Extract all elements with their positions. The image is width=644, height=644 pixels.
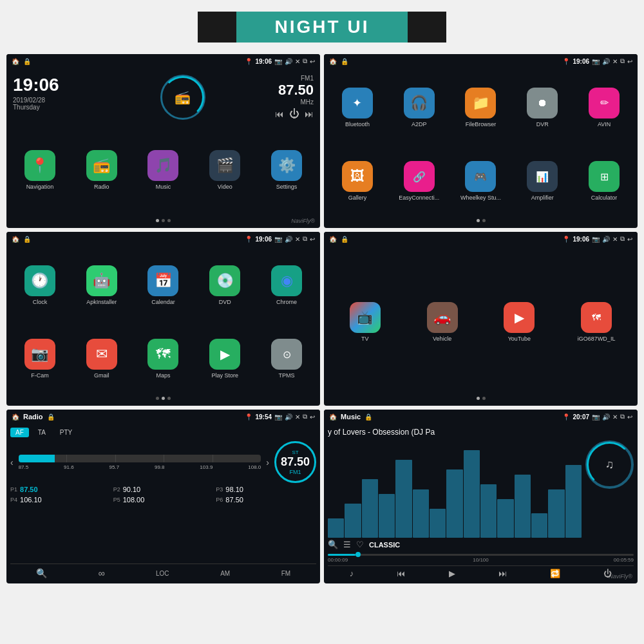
lock-icon-5: 🔒	[47, 413, 55, 421]
calculator-app[interactable]: ⊞ Calculator	[574, 146, 634, 218]
home-top-section: 19:06 2019/02/28Thursday 📻 FM1 87.50 MHz…	[10, 72, 316, 124]
apkinstaller-icon-box: 🤖	[86, 265, 117, 296]
dot-4-1	[477, 397, 480, 400]
a2dp-app[interactable]: 🎧 A2DP	[390, 72, 449, 144]
nav-icon-box: 📍	[24, 150, 55, 181]
chrome-app[interactable]: ◉ Chrome	[257, 250, 316, 321]
vehicle-app[interactable]: 🚗 Vehicle	[405, 250, 480, 395]
preset-5-label: P5	[113, 497, 120, 503]
next-track-btn[interactable]: ⏭	[305, 109, 314, 119]
screen-apps2: 🏠 🔒 📍 19:06 📷 🔊 ✕ ⧉ ↩ 🕐 Clock 🤖	[6, 232, 320, 406]
repeat-btn[interactable]: 🔁	[550, 569, 560, 578]
music-note-btn[interactable]: ♪	[350, 569, 354, 578]
gallery-app[interactable]: 🖼 Gallery	[328, 146, 387, 218]
preset-2[interactable]: P2 90.10	[113, 486, 214, 493]
preset-5[interactable]: P5 108.00	[113, 496, 214, 504]
igo-app[interactable]: 🗺 iGO687WD_IL	[559, 250, 634, 395]
calendar-app[interactable]: 📅 Calendar	[134, 250, 193, 321]
home-icon-4[interactable]: 🏠	[329, 236, 337, 243]
preset-6[interactable]: P6 87.50	[216, 496, 316, 504]
screens-grid: 🏠 🔒 📍 19:06 📷 🔊 ✕ ⧉ ↩ 19:06 2019/02/28Th…	[0, 50, 644, 587]
search-music-btn[interactable]: 🔍	[328, 540, 338, 549]
prev-track-btn[interactable]: ⏮	[275, 109, 284, 119]
fm-btn[interactable]: FM	[281, 570, 290, 577]
dvd-app[interactable]: 💿 DVD	[195, 250, 254, 321]
music-app[interactable]: 🎵 Music	[134, 124, 193, 217]
easyconnect-app[interactable]: 🔗 EasyConnecti...	[390, 146, 449, 218]
radio-app[interactable]: 📻 Radio	[72, 124, 131, 217]
loc-btn[interactable]: LOC	[156, 570, 169, 577]
chrome-icon-box: ◉	[271, 265, 302, 296]
preset-6-value: 87.50	[225, 496, 243, 504]
filebrowser-app[interactable]: 📁 FileBrowser	[451, 72, 511, 144]
wave-bar-11	[497, 499, 513, 538]
home-icon[interactable]: 🏠	[12, 58, 19, 65]
freq-slider-area: 87.5 91.6 95.7 99.8 103.9 108.0	[19, 455, 261, 470]
home-screen-content: 19:06 2019/02/28Thursday 📻 FM1 87.50 MHz…	[6, 68, 320, 228]
avin-app[interactable]: ✏ AVIN	[574, 72, 634, 144]
back-icon-3[interactable]: ↩	[310, 236, 315, 243]
back-icon-5[interactable]: ↩	[310, 413, 315, 421]
back-icon-1[interactable]: ↩	[310, 58, 315, 65]
a2dp-icon-box: 🎧	[404, 88, 435, 118]
copy-icon-3: ⧉	[303, 235, 307, 243]
wave-bar-5	[395, 460, 412, 538]
tab-pty[interactable]: PTY	[55, 428, 77, 437]
playstore-app[interactable]: ▶ Play Store	[195, 324, 254, 395]
home-icon-5[interactable]: 🏠	[12, 413, 19, 421]
play-btn[interactable]: ▶	[449, 569, 455, 578]
dvr-app[interactable]: ⏺ DVR	[513, 72, 572, 144]
music-label: Music	[156, 184, 171, 191]
tab-ta[interactable]: TA	[33, 428, 51, 437]
calculator-label: Calculator	[591, 194, 618, 202]
back-icon-2[interactable]: ↩	[627, 58, 632, 65]
amplifier-app[interactable]: 📊 Amplifier	[513, 146, 572, 218]
freq-down-btn[interactable]: ‹	[10, 457, 14, 468]
preset-1[interactable]: P1 87.50	[10, 486, 111, 493]
wave-bar-6	[413, 489, 429, 538]
scan-btn[interactable]: ∞	[98, 568, 104, 578]
wave-bar-9	[464, 450, 480, 538]
dvd-label: DVD	[219, 299, 231, 306]
bluetooth-app[interactable]: ✦ Bluetooth	[328, 72, 387, 144]
clock-app[interactable]: 🕐 Clock	[10, 250, 70, 321]
bluetooth-label: Bluetooth	[345, 121, 370, 128]
home-icon-2[interactable]: 🏠	[329, 58, 337, 65]
nav-app[interactable]: 📍 Navigation	[10, 124, 70, 217]
dot-3	[167, 219, 171, 222]
back-icon-4[interactable]: ↩	[627, 236, 632, 243]
next-btn[interactable]: ⏭	[498, 569, 507, 578]
tab-af[interactable]: AF	[10, 428, 29, 437]
home-icon-6[interactable]: 🏠	[329, 413, 337, 421]
tpms-app[interactable]: ⊙ TPMS	[257, 324, 316, 395]
fcam-app[interactable]: 📷 F-Cam	[10, 324, 70, 395]
time-widget: 19:06 2019/02/28Thursday	[13, 75, 90, 120]
home-icon-3[interactable]: 🏠	[12, 236, 19, 243]
music-note-icon: ♫	[605, 458, 614, 471]
power-btn[interactable]: ⏻	[289, 108, 299, 120]
apkinstaller-app[interactable]: 🤖 ApkInstaller	[72, 250, 131, 321]
wheelkey-app[interactable]: 🎮 Wheelkey Stu...	[451, 146, 511, 218]
search-radio-btn[interactable]: 🔍	[36, 568, 47, 578]
video-label: Video	[218, 184, 232, 191]
preset-4-value: 106.10	[20, 496, 42, 504]
preset-1-value: 87.50	[20, 486, 38, 493]
settings-app[interactable]: ⚙️ Settings	[257, 124, 316, 217]
video-app[interactable]: 🎬 Video	[195, 124, 254, 217]
gmail-app[interactable]: ✉ Gmail	[72, 324, 131, 395]
progress-track[interactable]	[328, 554, 634, 556]
preset-3[interactable]: P3 98.10	[216, 486, 316, 493]
freq-up-btn[interactable]: ›	[266, 457, 269, 468]
waveform-display	[328, 440, 582, 538]
apps2-content: 🕐 Clock 🤖 ApkInstaller 📅 Calendar 💿 DVD	[6, 246, 320, 406]
preset-4[interactable]: P4 106.10	[10, 496, 111, 504]
back-icon-6[interactable]: ↩	[627, 413, 632, 421]
tv-app[interactable]: 📺 TV	[328, 250, 402, 395]
fav-btn[interactable]: ♡	[356, 540, 364, 549]
prev-btn[interactable]: ⏮	[397, 569, 405, 578]
youtube-app[interactable]: ▶ YouTube	[482, 250, 557, 395]
playlist-btn[interactable]: ☰	[343, 540, 351, 549]
maps-app[interactable]: 🗺 Maps	[134, 324, 193, 395]
am-btn[interactable]: AM	[220, 570, 230, 577]
preset-1-label: P1	[10, 486, 17, 493]
